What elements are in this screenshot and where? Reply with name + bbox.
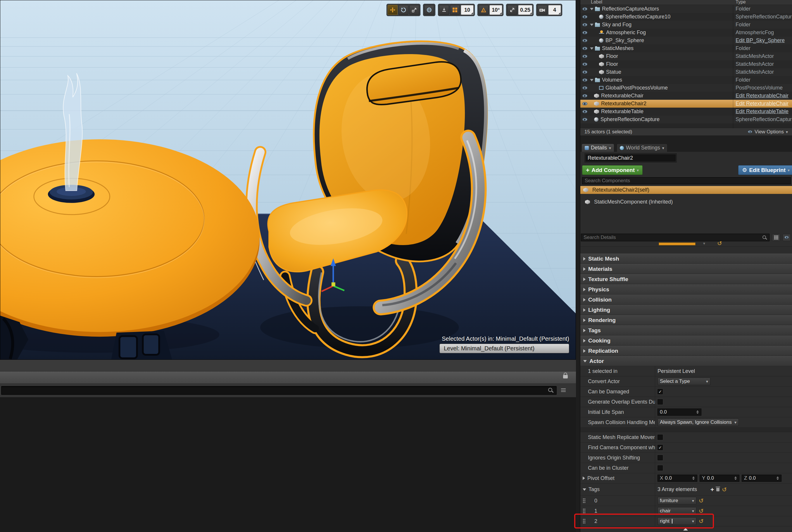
search-details-input[interactable] bbox=[581, 234, 770, 241]
search-components-input[interactable] bbox=[582, 177, 791, 184]
label-column-header[interactable]: Label bbox=[591, 0, 602, 5]
drag-handle-icon[interactable] bbox=[583, 518, 585, 524]
category-materials[interactable]: Materials bbox=[580, 264, 792, 274]
actor-label[interactable]: Sky and Fog bbox=[602, 22, 632, 28]
edit-blueprint-link[interactable]: Edit RetexturableChair bbox=[736, 101, 792, 107]
actor-label[interactable]: SphereReflectionCapture10 bbox=[605, 14, 670, 20]
checkbox-unchecked[interactable] bbox=[658, 399, 663, 404]
category-actor-expanded[interactable]: Actor bbox=[580, 356, 792, 366]
visibility-eye-icon[interactable] bbox=[580, 39, 589, 42]
chevron-down-icon[interactable] bbox=[583, 489, 586, 491]
surface-snap-button[interactable] bbox=[439, 5, 449, 15]
checkbox-unchecked[interactable] bbox=[658, 435, 663, 440]
actor-label[interactable]: Volumes bbox=[602, 77, 622, 83]
outliner-row[interactable]: SphereReflectionCaptureSphereReflectionC… bbox=[580, 115, 792, 124]
actor-label[interactable]: Statue bbox=[606, 69, 621, 75]
drag-handle-icon[interactable] bbox=[583, 508, 585, 514]
convert-actor-dropdown[interactable]: Select a Type▾ bbox=[658, 378, 711, 385]
expander-arrow-icon[interactable] bbox=[590, 79, 594, 81]
visibility-eye-icon[interactable] bbox=[580, 71, 589, 74]
outliner-row[interactable]: ReflectionCaptureActorsFolder bbox=[580, 5, 792, 13]
pivot-y-field[interactable]: Y0.0 bbox=[700, 475, 739, 482]
component-row[interactable]: StaticMeshComponent (Inherited) bbox=[580, 198, 792, 206]
tab-details[interactable]: Details▾ bbox=[581, 144, 614, 152]
pivot-x-field[interactable]: X0.0 bbox=[658, 475, 697, 482]
actor-label[interactable]: BP_Sky_Sphere bbox=[605, 37, 644, 43]
checkbox-unchecked[interactable] bbox=[658, 455, 663, 460]
category-collision[interactable]: Collision bbox=[580, 294, 792, 305]
edit-blueprint-link[interactable]: Edit RetexturableTable bbox=[736, 109, 792, 115]
actor-label[interactable]: RetexturableChair2 bbox=[601, 101, 646, 107]
visibility-eye-icon[interactable] bbox=[580, 55, 589, 58]
outliner-row[interactable]: RetexturableTableEdit RetexturableTable bbox=[580, 108, 792, 115]
grid-snap-value-button[interactable]: 10 bbox=[461, 5, 474, 15]
visibility-eye-icon[interactable] bbox=[580, 47, 589, 50]
category-replication[interactable]: Replication bbox=[580, 346, 792, 356]
lock-icon[interactable] bbox=[563, 375, 568, 378]
initial-life-span-field[interactable]: 0.0 bbox=[658, 408, 701, 416]
add-array-element-icon[interactable]: + bbox=[711, 487, 714, 493]
expander-arrow-icon[interactable] bbox=[590, 8, 594, 10]
outliner-row-selected[interactable]: RetexturableChair2Edit RetexturableChair bbox=[580, 100, 792, 108]
outliner-row[interactable]: Atmospheric FogAtmosphericFog bbox=[580, 28, 792, 37]
grid-snap-toggle-button[interactable] bbox=[450, 5, 460, 15]
translate-tool-button[interactable] bbox=[388, 5, 398, 15]
type-column-header[interactable]: Type bbox=[736, 0, 746, 5]
scale-snap-value-button[interactable]: 0.25 bbox=[518, 5, 533, 15]
outliner-row[interactable]: SphereReflectionCapture10SphereReflectio… bbox=[580, 13, 792, 21]
category-static-mesh[interactable]: Static Mesh bbox=[580, 253, 792, 264]
outliner-column-header[interactable]: Label Type bbox=[580, 0, 792, 5]
actor-name-field[interactable] bbox=[585, 154, 676, 162]
category-rendering[interactable]: Rendering bbox=[580, 315, 792, 325]
outliner-row[interactable]: BP_Sky_SphereEdit BP_Sky_Sphere bbox=[580, 37, 792, 44]
outliner-row[interactable]: StaticMeshesFolder bbox=[580, 44, 792, 52]
actor-label[interactable]: GlobalPostProcessVolume bbox=[605, 85, 668, 91]
outliner-row[interactable]: FloorStaticMeshActor bbox=[580, 52, 792, 60]
visibility-eye-icon[interactable] bbox=[580, 23, 589, 26]
tag-value-field-editing[interactable]: right▾ bbox=[658, 517, 696, 525]
spinner-icon[interactable] bbox=[692, 476, 695, 480]
reset-to-default-icon[interactable]: ↺ bbox=[717, 241, 722, 246]
category-texture-shuffle[interactable]: Texture Shuffle bbox=[580, 274, 792, 284]
rotate-tool-button[interactable] bbox=[399, 5, 408, 15]
visibility-eye-icon[interactable] bbox=[580, 102, 589, 105]
actor-label[interactable]: Atmospheric Fog bbox=[606, 30, 646, 36]
property-matrix-icon[interactable] bbox=[772, 234, 780, 241]
clear-array-icon[interactable] bbox=[716, 488, 719, 491]
outliner-row[interactable]: Sky and FogFolder bbox=[580, 21, 792, 28]
checkbox-checked[interactable]: ✓ bbox=[658, 445, 663, 450]
actor-label[interactable]: RetexturableTable bbox=[601, 109, 643, 115]
outliner-row[interactable]: GlobalPostProcessVolumePostProcessVolume bbox=[580, 84, 792, 92]
asset-search-input[interactable] bbox=[1, 386, 557, 395]
camera-speed-button[interactable] bbox=[537, 5, 547, 15]
expander-arrow-icon[interactable] bbox=[590, 24, 594, 26]
component-row-selected[interactable]: RetexturableChair2(self) bbox=[580, 186, 792, 194]
category-cooking[interactable]: Cooking bbox=[580, 336, 792, 346]
rotation-snap-value-button[interactable]: 10° bbox=[489, 5, 502, 15]
scroll-up-arrow-icon[interactable] bbox=[683, 528, 688, 531]
visibility-eye-icon[interactable] bbox=[580, 110, 589, 113]
visibility-eye-icon[interactable] bbox=[580, 86, 589, 90]
actor-label[interactable]: RetexturableChair bbox=[601, 93, 643, 99]
expander-arrow-icon[interactable] bbox=[590, 48, 594, 50]
tag-value-field[interactable]: furniture▾ bbox=[658, 497, 696, 505]
chevron-right-icon[interactable] bbox=[583, 476, 585, 480]
level-viewport[interactable]: 10 10° 0.25 4 Selected Actor(s) in: Mini… bbox=[0, 0, 576, 360]
rotation-snap-toggle-button[interactable] bbox=[479, 5, 488, 15]
add-component-button[interactable]: +Add Component▾ bbox=[582, 165, 643, 175]
actor-label[interactable]: SphereReflectionCapture bbox=[600, 116, 660, 122]
reset-to-default-icon[interactable]: ↺ bbox=[699, 518, 704, 524]
edit-blueprint-button[interactable]: ⚙Edit Blueprint▾ bbox=[738, 165, 792, 175]
visibility-eye-icon[interactable] bbox=[580, 7, 589, 11]
outliner-row[interactable]: FloorStaticMeshActor bbox=[580, 60, 792, 68]
visibility-eye-icon[interactable] bbox=[580, 94, 589, 97]
scale-snap-toggle-button[interactable] bbox=[507, 5, 517, 15]
pivot-z-field[interactable]: Z0.0 bbox=[742, 475, 781, 482]
outliner-row[interactable]: VolumesFolder bbox=[580, 76, 792, 84]
actor-label[interactable]: Floor bbox=[606, 53, 618, 59]
spinner-icon[interactable] bbox=[776, 476, 779, 480]
tag-value-field[interactable]: chair▾ bbox=[658, 507, 696, 515]
actor-label[interactable]: Floor bbox=[606, 61, 618, 67]
checkbox-checked[interactable]: ✓ bbox=[658, 389, 663, 394]
checkbox-unchecked[interactable] bbox=[658, 465, 663, 471]
